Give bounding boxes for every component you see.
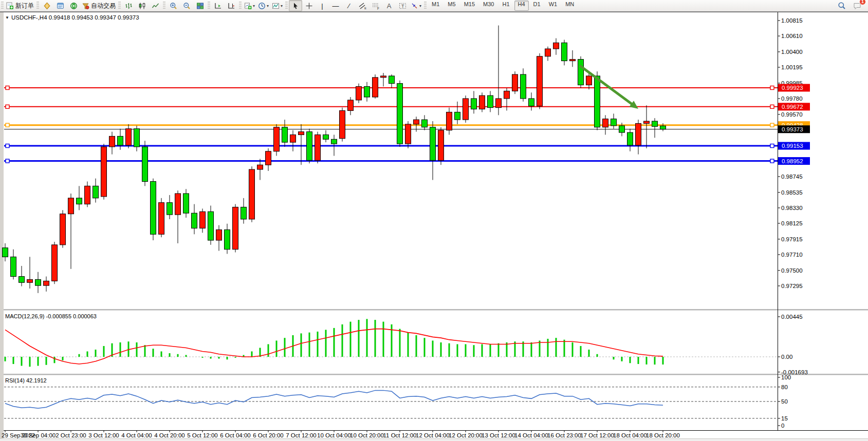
- chart-ohlc-title[interactable]: ▼USDCHF-,H4 0.99418 0.99453 0.99347 0.99…: [5, 14, 139, 21]
- toolbar-grip[interactable]: [1, 2, 4, 10]
- candle[interactable]: [142, 141, 148, 186]
- dropdown-caret-icon: ▾: [253, 4, 255, 8]
- svg-text:10 Oct 04:00: 10 Oct 04:00: [317, 432, 351, 438]
- candle[interactable]: [101, 144, 107, 200]
- metaeditor-button[interactable]: [40, 0, 53, 11]
- fibonacci-tool-button[interactable]: F: [369, 0, 382, 11]
- equidistant-channel-tool-button[interactable]: E: [356, 0, 369, 11]
- candle[interactable]: [315, 132, 321, 164]
- timeframe-button-d1[interactable]: D1: [530, 1, 544, 11]
- chart-collapse-icon[interactable]: ▼: [5, 15, 9, 20]
- periodicity-dropdown-button[interactable]: ▾: [256, 0, 270, 11]
- svg-text:6 Oct 20:00: 6 Oct 20:00: [253, 432, 283, 438]
- new-chart-icon: [244, 2, 252, 10]
- price-badge: 0.99672: [778, 103, 810, 110]
- rsi-indicator-label: RSI(14) 42.1912: [5, 377, 47, 384]
- svg-text:0.97915: 0.97915: [781, 236, 803, 242]
- candle[interactable]: [373, 74, 378, 99]
- candle[interactable]: [578, 56, 584, 88]
- candle[interactable]: [159, 198, 164, 237]
- svg-text:80: 80: [781, 384, 788, 390]
- terminal-button[interactable]: [53, 0, 67, 11]
- timeframe-button-m15[interactable]: M15: [460, 1, 478, 11]
- timeframe-button-w1[interactable]: W1: [545, 1, 561, 11]
- zoom-out-icon: [183, 2, 191, 10]
- toolbar-grip[interactable]: [239, 2, 242, 10]
- horizontal-line-tool-button[interactable]: —: [329, 0, 342, 11]
- svg-text:15: 15: [781, 415, 788, 421]
- indicators-icon: [272, 2, 280, 10]
- candle[interactable]: [274, 124, 280, 156]
- trendline-tool-button[interactable]: ∕: [342, 0, 356, 11]
- toolbar-grip[interactable]: [118, 2, 121, 10]
- fibonacci-icon: F: [372, 2, 380, 10]
- indicators-dropdown-button[interactable]: ▾: [270, 0, 284, 11]
- svg-text:3 Oct 12:00: 3 Oct 12:00: [88, 432, 119, 438]
- candle[interactable]: [537, 53, 543, 109]
- svg-text:1.00400: 1.00400: [781, 49, 803, 55]
- new-chart-dropdown-button[interactable]: ▾: [243, 0, 256, 11]
- svg-text:0.99153: 0.99153: [782, 143, 803, 149]
- search-button[interactable]: [835, 0, 848, 11]
- candle[interactable]: [233, 204, 238, 253]
- zoom-in-button[interactable]: [167, 0, 180, 11]
- svg-text:F: F: [377, 6, 379, 10]
- arrows-dropdown-button[interactable]: ▾: [409, 0, 423, 11]
- svg-text:12 Oct 20:00: 12 Oct 20:00: [449, 432, 483, 438]
- svg-text:E: E: [364, 7, 366, 10]
- text-label-tool-button[interactable]: T: [396, 0, 409, 11]
- timeframe-button-mn[interactable]: MN: [562, 1, 578, 11]
- svg-text:0.97710: 0.97710: [781, 252, 803, 258]
- toolbar-grip[interactable]: [36, 2, 39, 10]
- zoom-out-button[interactable]: [180, 0, 193, 11]
- candle[interactable]: [183, 189, 189, 218]
- svg-text:11 Oct 12:00: 11 Oct 12:00: [383, 432, 417, 438]
- timeframe-button-h1[interactable]: H1: [498, 1, 513, 11]
- candle[interactable]: [463, 95, 469, 123]
- candle[interactable]: [249, 166, 255, 222]
- toolbar-grip[interactable]: [208, 2, 210, 10]
- candle[interactable]: [479, 92, 485, 112]
- svg-text:5 Oct 12:00: 5 Oct 12:00: [187, 432, 217, 438]
- toolbar-grip[interactable]: [285, 2, 288, 10]
- timeframe-button-h4[interactable]: H4: [514, 1, 529, 11]
- candle[interactable]: [307, 129, 312, 164]
- svg-text:0.98952: 0.98952: [782, 158, 803, 164]
- chart-canvas[interactable]: 1.008151.006101.004001.001950.999850.997…: [0, 0, 868, 441]
- candle[interactable]: [340, 108, 345, 142]
- candle[interactable]: [397, 81, 403, 147]
- bar-chart-button[interactable]: [122, 0, 135, 11]
- candle[interactable]: [52, 242, 58, 284]
- line-chart-button[interactable]: [149, 0, 162, 11]
- notifications-button[interactable]: 1: [851, 0, 864, 11]
- candle[interactable]: [151, 179, 156, 240]
- toolbar-grip[interactable]: [424, 2, 427, 10]
- auto-scroll-button[interactable]: [211, 0, 225, 11]
- timeframe-button-m5[interactable]: M5: [444, 1, 459, 11]
- macd-indicator-label: MACD(12,26,9) -0.000855 0.000063: [5, 313, 97, 319]
- timeframe-button-m1[interactable]: M1: [428, 1, 443, 11]
- signals-button[interactable]: [67, 0, 80, 11]
- svg-text:4 Oct 20:00: 4 Oct 20:00: [154, 432, 184, 438]
- svg-text:1.00195: 1.00195: [781, 64, 803, 70]
- timeframe-button-m30[interactable]: M30: [479, 1, 497, 11]
- candle[interactable]: [512, 71, 518, 94]
- arrow-objects-icon: [411, 2, 418, 10]
- toolbar-grip[interactable]: [163, 2, 165, 10]
- candlestick-chart-button[interactable]: [135, 0, 149, 11]
- svg-text:14 Oct 04:00: 14 Oct 04:00: [514, 432, 548, 438]
- cursor-tool-button[interactable]: [289, 0, 302, 11]
- svg-text:17 Oct 12:00: 17 Oct 12:00: [580, 432, 614, 438]
- chart-shift-button[interactable]: [225, 0, 238, 11]
- tile-windows-button[interactable]: [193, 0, 207, 11]
- candle[interactable]: [438, 127, 444, 165]
- candle[interactable]: [356, 84, 362, 103]
- text-tool-button[interactable]: A: [382, 0, 396, 11]
- autotrading-button[interactable]: 自动交易: [80, 0, 117, 11]
- new-order-button[interactable]: 新订单: [5, 0, 35, 11]
- candle[interactable]: [208, 205, 214, 244]
- vertical-line-tool-button[interactable]: |: [316, 0, 329, 11]
- crosshair-tool-button[interactable]: [302, 0, 316, 11]
- candle[interactable]: [60, 210, 66, 247]
- macd-signal-value: 0.000063: [73, 313, 97, 319]
